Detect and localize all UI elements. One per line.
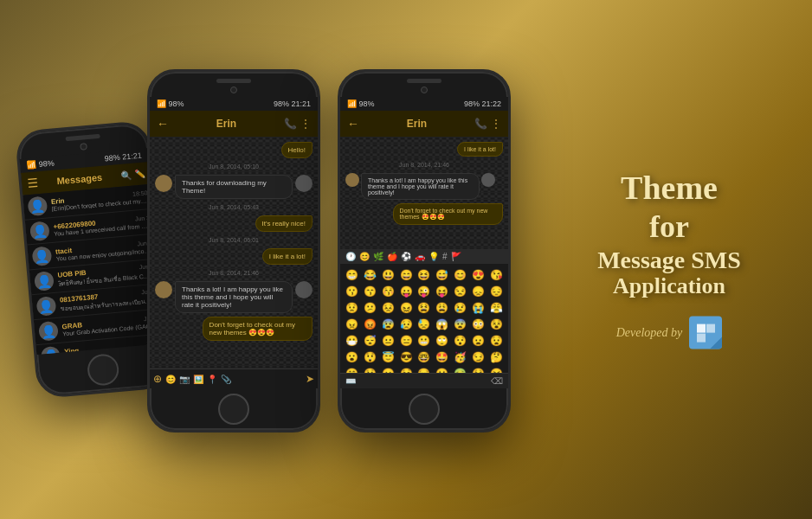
- emoji[interactable]: 😗: [344, 284, 361, 299]
- emoji[interactable]: 😍: [469, 267, 487, 283]
- emoji[interactable]: 🤧: [487, 366, 505, 373]
- right-more-icon[interactable]: ⋮: [491, 118, 501, 130]
- emoji[interactable]: 😊: [452, 267, 469, 283]
- emoji[interactable]: 🥳: [452, 349, 469, 365]
- left-home-button[interactable]: [86, 353, 119, 387]
- delete-icon[interactable]: ⌫: [491, 376, 503, 386]
- emoji[interactable]: 🤤: [397, 366, 415, 373]
- nature-tab[interactable]: 🌿: [373, 252, 383, 261]
- emoji[interactable]: 😓: [416, 317, 433, 332]
- smiley-tab[interactable]: 😊: [359, 252, 370, 261]
- emoji[interactable]: 😦: [469, 333, 487, 349]
- photo-button[interactable]: 📷: [179, 375, 190, 384]
- emoji[interactable]: 😨: [452, 317, 469, 332]
- avatar: [155, 281, 172, 298]
- emoji[interactable]: 😣: [380, 300, 397, 316]
- emoji[interactable]: 😕: [362, 300, 379, 316]
- flags-tab[interactable]: 🚩: [451, 252, 461, 261]
- right-back-icon[interactable]: ←: [347, 117, 359, 131]
- emoji[interactable]: 😬: [416, 333, 433, 349]
- sticker-button[interactable]: 😊: [165, 375, 176, 384]
- emoji[interactable]: 😩: [434, 300, 451, 316]
- call-icon[interactable]: 📞: [284, 118, 297, 130]
- travel-tab[interactable]: 🚗: [415, 252, 425, 261]
- emoji[interactable]: 😚: [380, 284, 397, 299]
- emoji[interactable]: 😑: [397, 333, 415, 349]
- objects-tab[interactable]: 💡: [429, 252, 439, 261]
- emoji[interactable]: 😲: [362, 349, 379, 365]
- activity-tab[interactable]: ⚽: [401, 252, 411, 261]
- emoji[interactable]: 😝: [434, 284, 451, 299]
- emoji[interactable]: 😁: [344, 267, 361, 283]
- right-status-bar: 📶 98% 98% 21:22: [340, 97, 508, 111]
- emoji[interactable]: 😜: [416, 284, 433, 299]
- emoji[interactable]: 😞: [469, 284, 487, 299]
- chat-header-actions: 📞 ⋮: [284, 118, 311, 130]
- emoji[interactable]: 😪: [416, 366, 433, 373]
- emoji[interactable]: 😤: [487, 300, 505, 316]
- right-call-icon[interactable]: 📞: [474, 118, 487, 130]
- emoji-button[interactable]: ⊕: [153, 373, 162, 385]
- send-button[interactable]: ➤: [306, 373, 314, 385]
- location-button[interactable]: 📍: [207, 375, 217, 384]
- emoji[interactable]: 😆: [416, 267, 433, 283]
- emoji[interactable]: 🤭: [344, 366, 361, 373]
- emoji[interactable]: 😇: [380, 349, 397, 365]
- image-button[interactable]: 🖼️: [193, 375, 203, 384]
- emoji[interactable]: 😶: [380, 366, 397, 373]
- emoji[interactable]: 😃: [380, 267, 397, 283]
- emoji[interactable]: 😙: [362, 284, 379, 299]
- more-attach-button[interactable]: 📎: [221, 375, 231, 384]
- right-home-button[interactable]: [409, 394, 440, 425]
- emoji[interactable]: 😂: [362, 267, 379, 283]
- compose-icon[interactable]: ✏️: [134, 169, 145, 179]
- emoji[interactable]: 😏: [469, 349, 487, 365]
- emoji[interactable]: 😮: [344, 349, 361, 365]
- emoji[interactable]: 🙄: [434, 333, 451, 349]
- emoji[interactable]: 😖: [397, 300, 415, 316]
- emoji[interactable]: 😯: [452, 333, 469, 349]
- left-status-time: 98% 21:21: [104, 151, 142, 163]
- more-icon[interactable]: ⋮: [300, 118, 311, 130]
- emoji[interactable]: 😧: [487, 333, 505, 349]
- emoji[interactable]: 😡: [362, 317, 379, 332]
- search-icon[interactable]: 🔍: [120, 170, 132, 180]
- emoji[interactable]: 😅: [434, 267, 451, 283]
- emoji[interactable]: 😟: [344, 300, 361, 316]
- emoji[interactable]: 😵: [487, 317, 505, 332]
- hamburger-icon[interactable]: ☰: [26, 176, 38, 190]
- emoji[interactable]: 😱: [434, 317, 451, 332]
- back-icon[interactable]: ←: [157, 117, 169, 131]
- emoji[interactable]: 😒: [452, 284, 469, 299]
- emoji[interactable]: 🤐: [434, 366, 451, 373]
- emoji[interactable]: 😷: [344, 333, 361, 349]
- emoji[interactable]: 😔: [487, 284, 505, 299]
- emoji[interactable]: 😳: [469, 317, 487, 332]
- avatar: [345, 173, 359, 187]
- recent-icon[interactable]: 🕐: [345, 252, 356, 261]
- emoji[interactable]: 🤢: [452, 366, 469, 373]
- emoji[interactable]: 🤩: [434, 349, 451, 365]
- emoji[interactable]: 😴: [362, 333, 379, 349]
- emoji[interactable]: 🤮: [469, 366, 487, 373]
- emoji[interactable]: 😥: [397, 317, 415, 332]
- emoji[interactable]: 😄: [397, 267, 415, 283]
- chat-bubble-received: Thanks a lot! I am happy you like this t…: [175, 281, 293, 313]
- emoji[interactable]: 😛: [397, 284, 415, 299]
- emoji[interactable]: 🤔: [487, 349, 505, 365]
- mid-home-button[interactable]: [218, 394, 249, 425]
- emoji[interactable]: 😘: [487, 267, 505, 283]
- emoji[interactable]: 🤥: [362, 366, 379, 373]
- food-tab[interactable]: 🍎: [387, 252, 397, 261]
- emoji[interactable]: 😎: [397, 349, 415, 365]
- emoji[interactable]: 😐: [380, 333, 397, 349]
- emoji[interactable]: 😢: [452, 300, 469, 316]
- symbols-tab[interactable]: #: [442, 252, 448, 261]
- emoji[interactable]: 😠: [344, 317, 361, 332]
- emoji[interactable]: 😭: [469, 300, 487, 316]
- emoji[interactable]: 😫: [416, 300, 433, 316]
- keyboard-icon[interactable]: ⌨️: [345, 376, 356, 386]
- emoji[interactable]: 😰: [380, 317, 397, 332]
- developer-logo[interactable]: [689, 316, 722, 349]
- emoji[interactable]: 🤓: [416, 349, 433, 365]
